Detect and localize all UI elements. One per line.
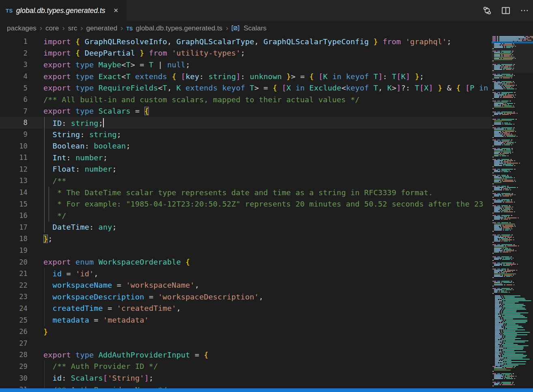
code-line[interactable]: 26} <box>0 326 492 338</box>
indent-guide <box>44 384 45 388</box>
code-line[interactable]: 8 ID: string; <box>0 117 492 129</box>
line-number[interactable]: 4 <box>0 72 28 80</box>
code-line[interactable]: 4export type Exact<T extends { [key: str… <box>0 71 492 82</box>
breadcrumb-core[interactable]: core <box>45 24 59 32</box>
code-line[interactable]: 13 /** <box>0 175 492 187</box>
line-number[interactable]: 24 <box>0 304 28 312</box>
tab-global-db-types-generated[interactable]: TS global.db.types.generated.ts ✕ <box>0 0 127 21</box>
breadcrumb-file[interactable]: TSglobal.db.types.generated.ts <box>126 24 222 32</box>
code-text: export type Scalars = { <box>28 107 149 115</box>
close-icon[interactable]: ✕ <box>112 6 120 15</box>
breadcrumb-symbol-scalars[interactable]: Scalars <box>232 24 266 32</box>
code-line[interactable]: 11 Int: number; <box>0 152 492 164</box>
code-line[interactable]: 16 */ <box>0 210 492 222</box>
line-number[interactable]: 10 <box>0 142 28 150</box>
split-editor-icon[interactable] <box>501 5 511 16</box>
line-number[interactable]: 3 <box>0 60 28 69</box>
line-number[interactable]: 30 <box>0 374 28 382</box>
text-cursor <box>103 118 104 127</box>
code-text: Boolean: boolean; <box>28 142 131 150</box>
indent-guide <box>49 210 49 222</box>
indent-guide <box>44 210 45 222</box>
line-number[interactable]: 12 <box>0 165 28 173</box>
line-number[interactable]: 11 <box>0 153 28 162</box>
line-number[interactable]: 28 <box>0 351 28 359</box>
code-line[interactable]: 31 /** Auth Provider Name */ <box>0 384 492 388</box>
code-line[interactable]: 1import { GraphQLResolveInfo, GraphQLSca… <box>0 36 492 47</box>
code-text: Float: number; <box>28 165 117 173</box>
code-line[interactable]: 17 DateTime: any; <box>0 222 492 233</box>
indent-guide <box>44 372 45 384</box>
code-line[interactable]: 30 id: Scalars['String']; <box>0 372 492 384</box>
line-number[interactable]: 21 <box>0 269 28 278</box>
chevron-right-icon: › <box>120 24 123 32</box>
code-line[interactable]: 6/** All built-in and custom scalars, ma… <box>0 94 492 106</box>
code-line[interactable]: 7export type Scalars = { <box>0 106 492 117</box>
line-number[interactable]: 20 <box>0 258 28 266</box>
minimap[interactable] <box>492 36 533 388</box>
breadcrumb: packages › core › src › generated › TSgl… <box>0 21 533 36</box>
code-line[interactable]: 22 workspaceName = 'workspaceName', <box>0 279 492 291</box>
line-number[interactable]: 27 <box>0 339 28 347</box>
code-text: workspaceDescription = 'workspaceDescrip… <box>28 293 263 301</box>
code-line[interactable]: 20export enum WorkspaceOrderable { <box>0 256 492 268</box>
code-line[interactable]: 5export type RequireFields<T, K extends … <box>0 82 492 94</box>
line-number[interactable]: 7 <box>0 107 28 115</box>
more-actions-icon[interactable] <box>519 5 530 16</box>
line-number[interactable]: 14 <box>0 188 28 196</box>
indent-guide <box>44 268 45 280</box>
code-line[interactable]: 27 <box>0 337 492 349</box>
line-number[interactable]: 1 <box>0 37 28 45</box>
code-text: /** All built-in and custom scalars, map… <box>28 95 360 104</box>
code-line[interactable]: 24 createdTime = 'createdTime', <box>0 303 492 314</box>
code-line[interactable]: 21 id = 'id', <box>0 268 492 280</box>
code-line[interactable]: 23 workspaceDescription = 'workspaceDesc… <box>0 291 492 303</box>
code-line[interactable]: 14 * The DateTime scalar type represents… <box>0 187 492 198</box>
code-line[interactable]: 18}; <box>0 233 492 245</box>
code-line[interactable]: 10 Boolean: boolean; <box>0 140 492 152</box>
breadcrumb-src[interactable]: src <box>68 24 77 32</box>
open-changes-icon[interactable] <box>482 5 492 16</box>
tab-bar: TS global.db.types.generated.ts ✕ <box>0 0 533 21</box>
code-text: * The DateTime scalar type represents da… <box>28 188 433 197</box>
line-number[interactable]: 17 <box>0 223 28 231</box>
line-number[interactable]: 5 <box>0 84 28 92</box>
code-line[interactable]: 19 <box>0 245 492 256</box>
line-number[interactable]: 6 <box>0 95 28 103</box>
code-line[interactable]: 15 * For example: "1985-04-12T23:20:50.5… <box>0 198 492 210</box>
indent-guide <box>44 129 45 140</box>
line-number[interactable]: 31 <box>0 386 28 388</box>
code-line[interactable]: 12 Float: number; <box>0 164 492 175</box>
line-number[interactable]: 2 <box>0 49 28 57</box>
line-number[interactable]: 18 <box>0 235 28 243</box>
code-line[interactable]: 9 String: string; <box>0 129 492 140</box>
code-text: } <box>28 327 48 336</box>
code-text: * For example: "1985-04-12T23:20:50.52Z"… <box>28 200 484 208</box>
indent-guide <box>44 164 45 175</box>
code-text: ID: string; <box>28 118 104 127</box>
code-line[interactable]: 2import { DeepPartial } from 'utility-ty… <box>0 47 492 59</box>
code-text: }; <box>28 235 53 243</box>
breadcrumb-packages[interactable]: packages <box>7 24 37 32</box>
code-line[interactable]: 28export type AddAuthProviderInput = { <box>0 349 492 361</box>
line-number[interactable]: 8 <box>0 118 28 127</box>
tab-title: global.db.types.generated.ts <box>16 6 105 15</box>
line-number[interactable]: 13 <box>0 177 28 185</box>
line-number[interactable]: 29 <box>0 362 28 370</box>
typescript-file-icon: TS <box>6 8 13 14</box>
line-number[interactable]: 9 <box>0 130 28 138</box>
line-number[interactable]: 19 <box>0 246 28 254</box>
code-line[interactable]: 25 metadata = 'metadata' <box>0 314 492 326</box>
line-number[interactable]: 25 <box>0 316 28 324</box>
line-number[interactable]: 23 <box>0 293 28 301</box>
line-number[interactable]: 16 <box>0 211 28 220</box>
line-number[interactable]: 26 <box>0 327 28 336</box>
code-line[interactable]: 29 /** Auth Provider ID */ <box>0 361 492 373</box>
code-text: export type AddAuthProviderInput = { <box>28 351 208 359</box>
line-number[interactable]: 22 <box>0 281 28 289</box>
indent-guide <box>44 175 45 187</box>
code-editor[interactable]: 1import { GraphQLResolveInfo, GraphQLSca… <box>0 36 492 388</box>
code-line[interactable]: 3export type Maybe<T> = T | null; <box>0 59 492 71</box>
breadcrumb-generated[interactable]: generated <box>86 24 118 32</box>
line-number[interactable]: 15 <box>0 200 28 208</box>
